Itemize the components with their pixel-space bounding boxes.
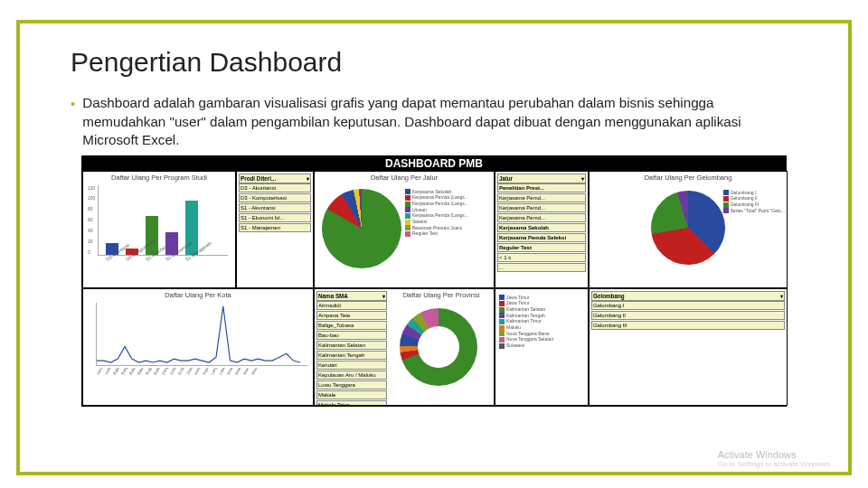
windows-watermark: Activate Windows Go to Settings to activ… [718, 449, 832, 468]
chevron-down-icon: ▾ [307, 175, 309, 182]
slicer-item[interactable]: Gelombang I [591, 301, 785, 310]
slicer-item[interactable]: Kalimantan Tengah [316, 351, 387, 360]
panel-pie-gelombang: Daftar Ulang Per Gelombang Gelombang I G… [589, 171, 788, 288]
panel-jalur-slicer: Jalur▾ Penelitian Prest... Kerjasama Pem… [495, 171, 589, 288]
bar-x-labels: D3-Akuntansi D3-Komputerisasi S1-Akuntan… [105, 258, 233, 263]
panel-title: Daftar Ulang Per Jalur [316, 174, 492, 182]
slicer-item[interactable]: Kendari [316, 361, 387, 370]
slicer-subheader: Penelitian Prest... [497, 183, 586, 192]
panel-title: Daftar Ulang Per Provinsi [391, 291, 492, 299]
slicer-item[interactable]: < 1 c [497, 253, 586, 262]
slicer-item[interactable]: Makale [316, 390, 387, 399]
line-x-labels: AirmadidiAmbonBajawaBaligeBekasiBitungBo… [85, 368, 311, 406]
slicer-header[interactable]: Nama SMA▾ [316, 291, 387, 301]
slicer-item[interactable]: D3 - Akuntansi [239, 183, 311, 192]
slide-body: Dashboard adalah gambaran visualisasi gr… [82, 94, 797, 150]
slicer-item[interactable]: Kerjasama Pemd... [497, 213, 586, 222]
bullet-row: • Dashboard adalah gambaran visualisasi … [71, 94, 797, 150]
slicer-item[interactable]: Airmadidi [316, 301, 387, 310]
slicer-item[interactable]: S1 - Manajemen [239, 223, 311, 232]
slicer-header[interactable]: Gelombang▾ [591, 291, 785, 301]
donut-legend: Jawa Timur Jawa Timur Kalimantan Selatan… [497, 291, 586, 352]
slicer-item[interactable]: Kerjasama Pemd... [497, 203, 586, 212]
panel-prodi-slicer: Prodi Diteri...▾ D3 - Akuntansi D3 - Kom… [236, 171, 314, 288]
slicer-item[interactable]: Kerjasama Pemd... [497, 193, 586, 202]
slicer-item[interactable]: S1 - Ekonomi Isl... [239, 213, 311, 222]
slicer-item[interactable]: S1 - Akuntansi [239, 203, 311, 212]
panel-title: Daftar Ulang Per Kota [85, 291, 311, 299]
chevron-down-icon: ▾ [581, 175, 584, 182]
slicer-item[interactable]: Gelombang III [591, 321, 785, 330]
slide-title: Pengertian Dashboard [71, 47, 797, 78]
dashboard-title: DASHBOARD PMB [82, 156, 786, 171]
chevron-down-icon: ▾ [780, 293, 783, 299]
panel-provinsi-legend: Jawa Timur Jawa Timur Kalimantan Selatan… [495, 288, 589, 406]
line-chart [96, 303, 307, 366]
panel-bar-chart: Daftar Ulang Per Program Studi 020406080… [82, 171, 236, 288]
slicer-item[interactable]: D3 - Komputerisasi [239, 193, 311, 202]
bullet-icon: • [71, 94, 75, 150]
panel-line-chart: Daftar Ulang Per Kota AirmadidiAmbonBaja… [82, 288, 314, 406]
panel-sma-slicer: Nama SMA▾ Airmadidi Ampana Tete Balige_T… [314, 288, 495, 406]
slicer-item[interactable]: Luwu Tenggara [316, 380, 387, 389]
donut-chart [400, 308, 477, 386]
panel-pie-jalur: Daftar Ulang Per Jalur Kerjasama Sekolah… [314, 171, 495, 288]
slicer-item[interactable]: Kepulauan Aru / Maluku [316, 371, 387, 380]
slicer-item[interactable]: Gelombang II [591, 311, 785, 320]
slicer-item[interactable]: Ampana Tete [316, 311, 387, 320]
slicer-item[interactable]: Kalimantan Selatan [316, 341, 387, 350]
slicer-item[interactable]: Balige_Tobasa [316, 321, 387, 330]
slicer-item[interactable]: Makale Tator [316, 400, 387, 406]
pie-legend: Gelombang I Gelombang II Gelombang III S… [723, 190, 785, 214]
slicer-header[interactable]: Jalur▾ [497, 174, 586, 183]
pie-chart [322, 189, 401, 268]
panel-title: Daftar Ulang Per Program Studi [85, 174, 233, 182]
slicer-item[interactable]: Kerjasama Sekolah [497, 223, 586, 232]
pie-legend: Kerjasama Sekolah Kerjasama Pemda (Langs… [405, 189, 468, 268]
panel-gelombang-slicer: Gelombang▾ Gelombang I Gelombang II Gelo… [589, 288, 788, 406]
chevron-down-icon: ▾ [382, 293, 385, 299]
slicer-item[interactable]: ... [497, 263, 586, 272]
slicer-header[interactable]: Prodi Diteri...▾ [239, 174, 311, 183]
pie-chart [651, 191, 725, 265]
slicer-item[interactable]: Reguler Test [497, 243, 586, 252]
slicer-item[interactable]: Bau-bau [316, 331, 387, 340]
dashboard-image: DASHBOARD PMB Daftar Ulang Per Program S… [81, 155, 787, 407]
panel-title: Daftar Ulang Per Gelombang [591, 174, 785, 182]
slicer-item[interactable]: Kerjasama Pemda Seleksi [497, 233, 586, 242]
